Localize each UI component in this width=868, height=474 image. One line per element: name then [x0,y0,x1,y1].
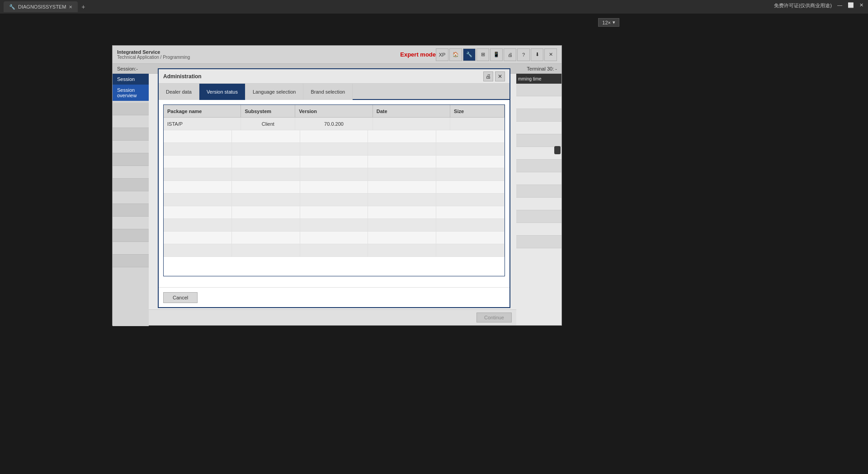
right-data-row [516,198,561,210]
sidebar-item-session[interactable]: Session [113,74,149,85]
continue-button[interactable]: Continue [476,313,512,322]
empty-cell [368,130,436,142]
dialog-close-button[interactable]: ✕ [495,71,505,81]
window-close-button[interactable]: ✕ [859,2,863,9]
empty-cell [436,194,505,206]
table-row [164,143,505,156]
minimize-button[interactable]: — [837,2,842,9]
toolbar-btn-print[interactable]: 🖨 [504,48,516,61]
cell-date-1 [373,118,450,130]
empty-cell [368,168,436,180]
cell-version-1: 70.0.200 [295,118,373,130]
tab-language-selection[interactable]: Language selection [245,84,303,100]
table-row [164,232,505,244]
empty-cell [436,130,505,142]
session-value: - [136,66,138,71]
left-sidebar: Session Session overview [113,74,149,326]
app-toolbar: XP 🏠 🔧 ⊞ 📱 🖨 ? ⬇ ✕ [436,48,557,61]
tab-version-status[interactable]: Version status [199,84,245,100]
continue-area: Continue [149,309,516,325]
empty-cell [300,244,368,256]
empty-cell [436,168,505,180]
empty-cell [300,219,368,231]
empty-cell [368,194,436,206]
empty-cell [300,206,368,218]
toolbar-btn-home[interactable]: 🏠 [449,48,462,61]
empty-cell [232,194,300,206]
empty-cell [368,181,436,193]
expert-mode-label: Expert mode [400,51,436,58]
tab-close-icon[interactable]: ✕ [69,5,72,9]
table-row [164,219,505,232]
empty-cell [300,194,368,206]
tab-brand-selection[interactable]: Brand selection [303,84,353,100]
sidebar-row [113,115,149,128]
toolbar-btn-close[interactable]: ✕ [544,48,557,61]
maximize-button[interactable]: ⬜ [848,2,854,9]
empty-cell [164,168,232,180]
terminal-value: - [555,66,557,71]
toolbar-btn-wrench[interactable]: 🔧 [463,48,476,61]
dialog-print-button[interactable]: 🖨 [483,71,493,81]
table-row [164,181,505,194]
right-data-row [516,109,561,122]
toolbar-btn-grid[interactable]: ⊞ [476,48,489,61]
app-title: Integrated Service Technical Application… [117,49,391,60]
empty-cell [368,219,436,231]
empty-cell [164,194,232,206]
col-subsystem: Subsystem [241,105,295,117]
toolbar-btn-help[interactable]: ? [517,48,530,61]
tab-icon: 🔧 [9,4,15,10]
empty-cell [232,181,300,193]
empty-cell [164,206,232,218]
session-label: Session: [117,66,136,71]
toolbar-btn-xp[interactable]: XP [436,48,448,61]
toolbar-btn-mobile[interactable]: 📱 [490,48,503,61]
prog-time-header: mming time [516,74,561,84]
sidebar-item-overview[interactable]: Session overview [113,85,149,101]
right-data-row [516,96,561,109]
scroll-button[interactable] [554,146,561,154]
sidebar-row [113,141,149,153]
sidebar-rows [113,103,149,267]
terminal-label: Terminal 30: [527,66,554,71]
browser-bar: 🔧 DIAGNOSISSYSTEM ✕ + 免费许可证(仅供商业用途) — ⬜ … [0,0,868,14]
empty-cell [232,130,300,142]
empty-cell [164,232,232,244]
empty-cell [164,156,232,168]
sidebar-row [113,229,149,242]
app-title-main: Integrated Service [117,49,391,55]
dialog-footer: Cancel [159,287,509,307]
empty-cell [300,181,368,193]
sidebar-row [113,255,149,267]
empty-cell [436,181,505,193]
empty-cell [368,143,436,155]
app-title-sub: Technical Application / Programming [117,55,391,60]
table-row [164,130,505,143]
tab-title: DIAGNOSISSYSTEM [18,4,66,9]
empty-cell [436,219,505,231]
empty-cell [300,168,368,180]
toolbar-widget-arrow: ▾ [613,19,615,25]
tab-dealer-data[interactable]: Dealer data [159,84,199,100]
toolbar-widget[interactable]: 12× ▾ [598,18,619,27]
browser-tab[interactable]: 🔧 DIAGNOSISSYSTEM ✕ [4,1,78,12]
right-data-row [516,210,561,223]
sidebar-row [113,153,149,166]
empty-cell [368,232,436,244]
empty-cell [164,130,232,142]
col-date: Date [373,105,450,117]
table-row [164,156,505,168]
cancel-button[interactable]: Cancel [163,292,198,303]
browser-top-right: 免费许可证(仅供商业用途) — ⬜ ✕ [774,2,863,9]
empty-cell [164,244,232,256]
empty-cell [300,156,368,168]
sidebar-row [113,204,149,217]
sidebar-row [113,179,149,191]
table-header: Package name Subsystem Version Date Size [164,105,505,118]
empty-cell [300,232,368,244]
add-tab-button[interactable]: + [81,3,85,10]
empty-cell [436,244,505,256]
empty-cell [164,219,232,231]
toolbar-btn-download[interactable]: ⬇ [531,48,543,61]
